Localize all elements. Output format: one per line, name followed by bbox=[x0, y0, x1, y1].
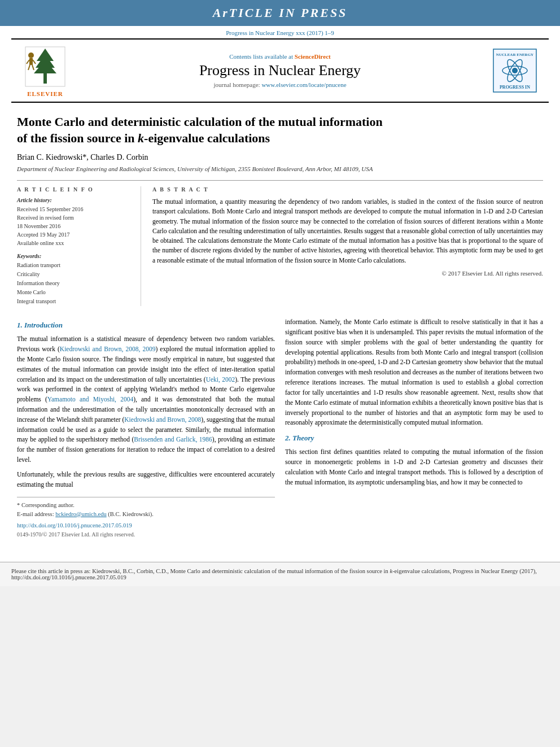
journal-homepage: journal homepage: www.elsevier.com/locat… bbox=[73, 81, 487, 88]
article-info-label: A R T I C L E I N F O bbox=[17, 186, 133, 193]
svg-point-12 bbox=[512, 68, 518, 73]
email-prefix: E-mail address: bbox=[17, 511, 55, 517]
body-columns: 1. Introduction The mutual information i… bbox=[17, 317, 543, 539]
svg-rect-6 bbox=[29, 58, 33, 65]
email-line: E-mail address: bckiedro@umich.edu (B.C.… bbox=[17, 510, 275, 519]
email-link[interactable]: bckiedro@umich.edu bbox=[55, 511, 106, 517]
sciencedirect-prefix: Contents lists available at bbox=[229, 53, 294, 60]
ref-kiedrowski2008-link[interactable]: Kiedrowski and Brown, 2008, 2009 bbox=[60, 346, 156, 352]
citation-bar: Please cite this article in press as: Ki… bbox=[0, 562, 560, 586]
doi-text: http://dx.doi.org/10.1016/j.pnucene.2017… bbox=[17, 522, 132, 528]
ref-ueki2002-link[interactable]: Ueki, 2002 bbox=[206, 376, 235, 383]
issn-line: 0149-1970/© 2017 Elsevier Ltd. All right… bbox=[17, 530, 275, 539]
article-in-press-banner: ArTICLE IN PRESS bbox=[0, 0, 560, 26]
homepage-prefix: journal homepage: bbox=[213, 81, 261, 88]
info-abstract-section: A R T I C L E I N F O Article history: R… bbox=[17, 180, 543, 306]
section1-heading: 1. Introduction bbox=[17, 320, 275, 331]
article-title-part2: of the fission source in bbox=[17, 131, 138, 145]
keyword-5: Integral transport bbox=[17, 297, 133, 306]
article-in-press-text: ArTICLE IN PRESS bbox=[213, 6, 348, 20]
footnote-section: * Corresponding author. E-mail address: … bbox=[17, 497, 275, 539]
copyright-line: © 2017 Elsevier Ltd. All rights reserved… bbox=[152, 270, 543, 277]
history-label: Article history: bbox=[17, 197, 133, 203]
keyword-3: Information theory bbox=[17, 279, 133, 288]
revised-label: Received in revised form bbox=[17, 213, 133, 222]
authors-line: Brian C. Kiedrowski*, Charles D. Corbin bbox=[17, 153, 543, 162]
svg-text:NUCLEAR ENERGY: NUCLEAR ENERGY bbox=[496, 53, 533, 57]
journal-ref-text: Progress in Nuclear Energy xxx (2017) 1–… bbox=[226, 29, 334, 36]
ref-kiedrowski2008b-link[interactable]: Kiedrowski and Brown, 2008 bbox=[124, 416, 201, 423]
sciencedirect-link[interactable]: ScienceDirect bbox=[295, 53, 331, 60]
received-date: Received 15 September 2016 bbox=[17, 205, 133, 213]
intro-para1: The mutual information is a statistical … bbox=[17, 334, 275, 465]
corresponding-note: * Corresponding author. bbox=[17, 501, 275, 510]
article-title-italic: k bbox=[138, 131, 144, 145]
authors-text: Brian C. Kiedrowski*, Charles D. Corbin bbox=[17, 153, 148, 161]
journal-center: Contents lists available at ScienceDirec… bbox=[73, 53, 487, 88]
ref-yamamoto2004-link[interactable]: Yamamoto and Miyoshi, 2004 bbox=[47, 396, 133, 403]
elsevier-logo-left: ELSEVIER bbox=[17, 44, 73, 97]
keyword-1: Radiation transport bbox=[17, 261, 133, 270]
sciencedirect-line: Contents lists available at ScienceDirec… bbox=[73, 53, 487, 60]
journal-header: ELSEVIER Contents lists available at Sci… bbox=[11, 38, 549, 103]
abstract-section: A B S T R A C T The mutual information, … bbox=[152, 186, 543, 306]
revised-date: 18 November 2016 bbox=[17, 222, 133, 230]
elsevier-tree-icon bbox=[23, 44, 68, 89]
keywords-label: Keywords: bbox=[17, 253, 133, 259]
pne-logo-icon: PROGRESS IN NUCLEAR ENERGY bbox=[492, 48, 537, 93]
intro-para2: Unfortunately, while the previous result… bbox=[17, 470, 275, 490]
keyword-2: Criticality bbox=[17, 270, 133, 279]
pne-logo-right: PROGRESS IN NUCLEAR ENERGY bbox=[487, 48, 543, 93]
article-title: Monte Carlo and deterministic calculatio… bbox=[17, 114, 543, 146]
citation-text: Please cite this article in press as: Ki… bbox=[11, 568, 537, 580]
article-info-panel: A R T I C L E I N F O Article history: R… bbox=[17, 186, 141, 306]
article-title-part3: -eigenvalue calculations bbox=[144, 131, 270, 145]
homepage-url[interactable]: www.elsevier.com/locate/pnucene bbox=[261, 81, 346, 88]
doi-line[interactable]: http://dx.doi.org/10.1016/j.pnucene.2017… bbox=[17, 521, 275, 530]
left-column: 1. Introduction The mutual information i… bbox=[17, 317, 275, 539]
keyword-4: Monte Carlo bbox=[17, 288, 133, 297]
article-title-part1: Monte Carlo and deterministic calculatio… bbox=[17, 115, 383, 129]
svg-text:PROGRESS IN: PROGRESS IN bbox=[500, 85, 530, 90]
main-content: Monte Carlo and deterministic calculatio… bbox=[0, 103, 560, 551]
abstract-text: The mutual information, a quantity measu… bbox=[152, 197, 543, 265]
journal-title: Progress in Nuclear Energy bbox=[73, 62, 487, 79]
theory-para1: This section first defines quantities re… bbox=[285, 447, 543, 487]
elsevier-label: ELSEVIER bbox=[27, 90, 63, 97]
affiliation: Department of Nuclear Engineering and Ra… bbox=[17, 165, 543, 172]
journal-ref-line: Progress in Nuclear Energy xxx (2017) 1–… bbox=[0, 26, 560, 38]
ref-brissenden-link[interactable]: Brissenden and Garlick, 1986 bbox=[134, 436, 212, 443]
accepted-date: Accepted 19 May 2017 bbox=[17, 230, 133, 239]
svg-point-5 bbox=[28, 53, 34, 58]
right-column: information. Namely, the Monte Carlo est… bbox=[285, 317, 543, 539]
abstract-label: A B S T R A C T bbox=[152, 186, 543, 193]
section2-heading: 2. Theory bbox=[285, 433, 543, 444]
page-wrapper: ArTICLE IN PRESS Progress in Nuclear Ene… bbox=[0, 0, 560, 586]
available-date: Available online xxx bbox=[17, 239, 133, 247]
intro-continue-para: information. Namely, the Monte Carlo est… bbox=[285, 317, 543, 428]
svg-rect-1 bbox=[43, 72, 47, 84]
email-suffix: (B.C. Kiedrowski). bbox=[108, 511, 154, 517]
